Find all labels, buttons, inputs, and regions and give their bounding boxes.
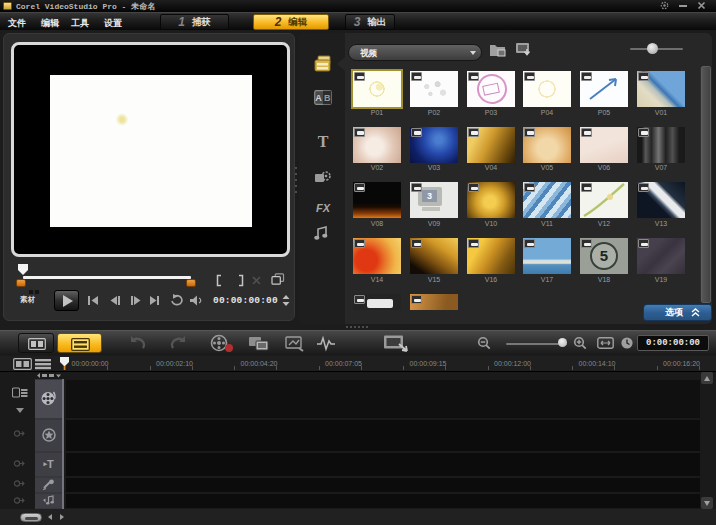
svg-text:A: A <box>315 93 322 103</box>
svg-text:B: B <box>324 93 331 103</box>
